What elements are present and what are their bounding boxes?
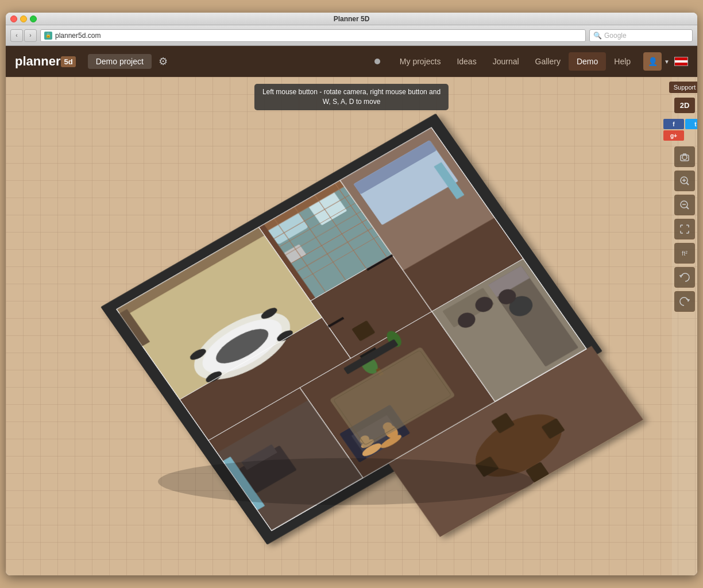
view-2d-button[interactable]: 2D xyxy=(674,98,695,113)
camera-icon xyxy=(679,151,690,163)
search-bar[interactable]: 🔍 Google xyxy=(589,29,693,42)
forward-button[interactable]: › xyxy=(24,29,37,42)
zoom-in-button[interactable] xyxy=(674,171,695,191)
google-plus-button[interactable]: g+ xyxy=(663,130,684,141)
settings-icon[interactable]: ⚙ xyxy=(156,53,170,70)
social-group: f t g+ xyxy=(663,119,697,141)
browser-title: Planner 5D xyxy=(334,15,370,23)
secure-icon: 🔒 xyxy=(44,32,52,40)
nav-ideas[interactable]: Ideas xyxy=(449,52,484,71)
app-navbar: planner 5d Demo project ⚙ My projects Id… xyxy=(6,46,697,77)
floor-plan-svg[interactable] xyxy=(6,77,697,575)
units-button[interactable]: ft² xyxy=(674,243,695,264)
tooltip-line2: W, S, A, D to move xyxy=(323,98,381,106)
address-text: planner5d.com xyxy=(55,32,101,40)
zoom-out-button[interactable] xyxy=(674,195,695,215)
nav-demo[interactable]: Demo xyxy=(569,52,606,71)
logo-area: planner 5d xyxy=(15,54,76,69)
redo-icon xyxy=(679,296,690,307)
undo-icon xyxy=(679,272,690,283)
fullscreen-button[interactable] xyxy=(674,219,695,239)
fullscreen-icon xyxy=(679,223,690,235)
back-button[interactable]: ‹ xyxy=(10,29,23,42)
language-flag[interactable] xyxy=(674,57,688,66)
nav-help[interactable]: Help xyxy=(606,52,639,71)
browser-titlebar: Planner 5D xyxy=(6,13,697,25)
minimize-button[interactable] xyxy=(20,16,27,22)
zoom-in-icon xyxy=(679,175,690,187)
zoom-out-icon xyxy=(679,199,690,211)
tooltip-box: Left mouse button - rotate camera, right… xyxy=(254,84,449,110)
svg-line-89 xyxy=(686,183,689,185)
undo-button[interactable] xyxy=(674,267,695,288)
main-content: Left mouse button - rotate camera, right… xyxy=(6,77,697,575)
browser-toolbar: ‹ › 🔒 planner5d.com 🔍 Google xyxy=(6,25,697,46)
nav-buttons: ‹ › xyxy=(10,29,37,42)
logo-text: planner xyxy=(15,54,60,69)
search-placeholder: Google xyxy=(604,32,627,40)
nav-journal[interactable]: Journal xyxy=(485,52,527,71)
screenshot-button[interactable] xyxy=(674,146,695,167)
dropdown-arrow[interactable]: ▼ xyxy=(664,59,670,65)
units-label: ft² xyxy=(682,250,687,257)
nav-gallery[interactable]: Gallery xyxy=(527,52,569,71)
tooltip-line1: Left mouse button - rotate camera, right… xyxy=(262,88,441,96)
logo-5d: 5d xyxy=(61,56,75,67)
window-buttons xyxy=(10,16,37,22)
facebook-button[interactable]: f xyxy=(663,119,684,129)
svg-line-92 xyxy=(686,207,689,209)
nav-dot xyxy=(374,59,380,64)
project-name[interactable]: Demo project xyxy=(88,54,152,69)
address-bar[interactable]: 🔒 planner5d.com xyxy=(40,29,586,42)
redo-button[interactable] xyxy=(674,291,695,312)
close-button[interactable] xyxy=(10,16,17,22)
right-sidebar: Support 2D f t g+ xyxy=(672,77,697,575)
nav-my-projects[interactable]: My projects xyxy=(392,52,449,71)
svg-point-84 xyxy=(682,155,687,160)
browser-window: Planner 5D ‹ › 🔒 planner5d.com 🔍 Google … xyxy=(6,13,697,575)
maximize-button[interactable] xyxy=(30,16,37,22)
user-avatar[interactable]: 👤 xyxy=(643,52,662,71)
svg-point-83 xyxy=(158,458,534,505)
support-button[interactable]: Support xyxy=(669,82,697,93)
search-icon: 🔍 xyxy=(593,32,602,40)
twitter-button[interactable]: t xyxy=(685,119,697,129)
